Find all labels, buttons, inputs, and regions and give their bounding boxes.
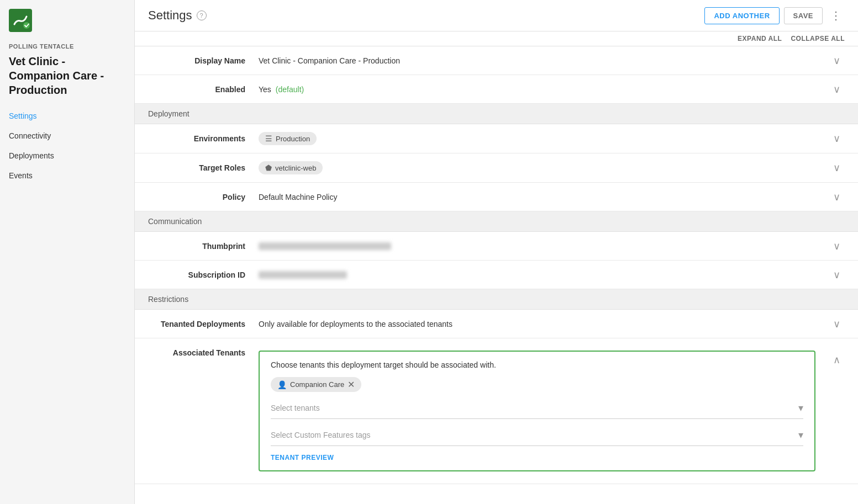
subscription-id-chevron[interactable] — [829, 269, 845, 281]
display-name-row: Display Name Vet Clinic - Companion Care… — [135, 46, 858, 75]
sidebar-title: Vet Clinic - Companion Care - Production — [0, 52, 134, 106]
sidebar-item-events[interactable]: Events — [0, 166, 134, 185]
environments-value: ☰ Production — [259, 132, 829, 145]
select-features-field[interactable]: Select Custom Features tags ▾ — [271, 425, 803, 446]
enabled-default: (default) — [276, 85, 304, 94]
expand-collapse-bar: EXPAND ALL COLLAPSE ALL — [135, 31, 858, 46]
expand-all-link[interactable]: EXPAND ALL — [738, 35, 782, 43]
subscription-id-label: Subscription ID — [148, 270, 259, 279]
main-header: Settings ? ADD ANOTHER SAVE ⋮ — [135, 0, 858, 31]
tenants-chips: 👤 Companion Care ✕ — [271, 377, 803, 392]
sidebar-item-connectivity[interactable]: Connectivity — [0, 126, 134, 146]
app-logo — [9, 9, 32, 32]
associated-tenants-desc: Choose tenants this deployment target sh… — [271, 360, 803, 369]
select-tenants-placeholder: Select tenants — [271, 404, 320, 412]
environments-chevron[interactable] — [829, 132, 845, 145]
thumbprint-blurred — [259, 242, 391, 250]
associated-tenants-row: Associated Tenants Choose tenants this d… — [135, 338, 858, 484]
associated-tenants-box: Choose tenants this deployment target sh… — [259, 351, 815, 471]
section-restrictions: Restrictions — [135, 289, 858, 310]
section-deployment: Deployment — [135, 104, 858, 124]
select-features-placeholder: Select Custom Features tags — [271, 431, 371, 439]
target-roles-value: ⬟ vetclinic-web — [259, 161, 829, 174]
thumbprint-label: Thumbprint — [148, 242, 259, 251]
display-name-value: Vet Clinic - Companion Care - Production — [259, 56, 829, 65]
sidebar-nav: Settings Connectivity Deployments Events — [0, 106, 134, 185]
collapse-all-link[interactable]: COLLAPSE ALL — [791, 35, 845, 43]
sidebar-item-settings[interactable]: Settings — [0, 106, 134, 126]
policy-label: Policy — [148, 193, 259, 201]
settings-content: Display Name Vet Clinic - Companion Care… — [135, 46, 858, 504]
target-roles-label: Target Roles — [148, 163, 259, 172]
environments-row: Environments ☰ Production — [135, 124, 858, 153]
enabled-label: Enabled — [148, 85, 259, 94]
save-button[interactable]: SAVE — [784, 7, 823, 24]
policy-value: Default Machine Policy — [259, 193, 829, 201]
companion-care-chip-icon: 👤 — [277, 380, 287, 389]
add-another-button[interactable]: ADD ANOTHER — [704, 7, 779, 24]
tenanted-deployments-label: Tenanted Deployments — [148, 320, 259, 328]
enabled-value: Yes (default) — [259, 85, 829, 94]
select-tenants-field[interactable]: Select tenants ▾ — [271, 397, 803, 419]
target-roles-chevron[interactable] — [829, 162, 845, 174]
target-roles-chip-icon: ⬟ — [265, 163, 272, 172]
page-title-area: Settings ? — [148, 8, 704, 23]
environments-chip-icon: ☰ — [265, 134, 272, 143]
target-roles-chip: ⬟ vetclinic-web — [259, 161, 323, 174]
sidebar-subtitle: POLLING TENTACLE — [0, 36, 134, 52]
enabled-row: Enabled Yes (default) — [135, 75, 858, 104]
thumbprint-value — [259, 242, 829, 250]
associated-tenants-label: Associated Tenants — [148, 346, 259, 357]
subscription-id-row: Subscription ID — [135, 261, 858, 289]
logo-area — [0, 0, 134, 36]
companion-care-chip: 👤 Companion Care ✕ — [271, 377, 361, 392]
select-tenants-arrow: ▾ — [798, 402, 803, 414]
sidebar-item-deployments[interactable]: Deployments — [0, 146, 134, 166]
header-actions: ADD ANOTHER SAVE ⋮ — [704, 7, 845, 24]
thumbprint-chevron[interactable] — [829, 240, 845, 252]
select-features-arrow: ▾ — [798, 429, 803, 441]
tenanted-deployments-row: Tenanted Deployments Only available for … — [135, 310, 858, 338]
thumbprint-row: Thumbprint — [135, 232, 858, 261]
subscription-id-blurred — [259, 271, 347, 279]
display-name-chevron[interactable] — [829, 55, 845, 67]
associated-tenants-chevron[interactable]: ∧ — [829, 346, 845, 366]
subscription-id-value — [259, 271, 829, 279]
help-icon[interactable]: ? — [197, 10, 207, 20]
display-name-label: Display Name — [148, 56, 259, 65]
sidebar: POLLING TENTACLE Vet Clinic - Companion … — [0, 0, 135, 504]
tenanted-deployments-value: Only available for deployments to the as… — [259, 320, 829, 328]
page-title: Settings — [148, 8, 192, 23]
tenant-preview-link[interactable]: TENANT PREVIEW — [271, 454, 803, 461]
target-roles-row: Target Roles ⬟ vetclinic-web — [135, 153, 858, 183]
tenanted-deployments-chevron[interactable] — [829, 318, 845, 330]
more-menu-button[interactable]: ⋮ — [827, 7, 845, 24]
environments-label: Environments — [148, 134, 259, 143]
main-content: Settings ? ADD ANOTHER SAVE ⋮ EXPAND ALL… — [135, 0, 858, 504]
policy-row: Policy Default Machine Policy — [135, 183, 858, 211]
policy-chevron[interactable] — [829, 191, 845, 203]
svg-point-1 — [23, 22, 30, 29]
environments-chip: ☰ Production — [259, 132, 317, 145]
enabled-chevron[interactable] — [829, 83, 845, 96]
section-communication: Communication — [135, 211, 858, 232]
companion-care-chip-close[interactable]: ✕ — [348, 379, 355, 390]
